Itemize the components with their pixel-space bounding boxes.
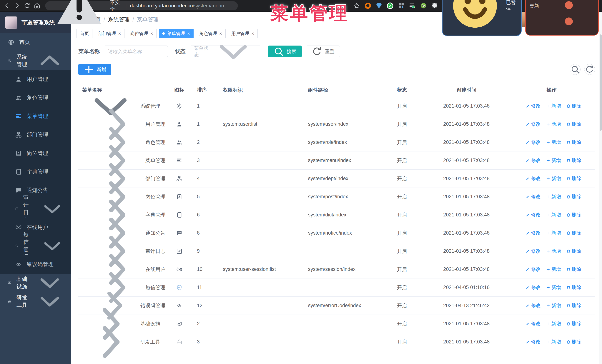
- url-bar[interactable]: 不安全 | dashboard.yudao.iocoder.cn/system/…: [45, 1, 238, 10]
- reset-button[interactable]: 重置: [306, 46, 340, 57]
- add-child-link[interactable]: 新增: [546, 284, 561, 291]
- edit-link[interactable]: 修改: [526, 175, 541, 182]
- permission-value: system:user-session:list: [219, 266, 304, 272]
- monkey-icon: [420, 2, 427, 10]
- add-child-link[interactable]: 新增: [546, 175, 561, 182]
- browser-update-button[interactable]: 更新: [525, 0, 599, 36]
- add-child-link[interactable]: 新增: [546, 139, 561, 146]
- status-select[interactable]: 菜单状态: [190, 46, 261, 57]
- close-icon[interactable]: ×: [150, 31, 153, 36]
- created-time: 2021-04-13 21:46:42: [425, 303, 508, 308]
- back-icon[interactable]: [3, 2, 11, 10]
- ext-on-switch-icon[interactable]: on: [408, 2, 416, 10]
- menu-name[interactable]: 研发工具: [78, 314, 165, 364]
- ext-monkey-icon[interactable]: [420, 2, 427, 10]
- scrollbar-thumb[interactable]: [600, 34, 602, 131]
- search-button[interactable]: 搜索: [268, 46, 302, 57]
- bookmark-star-icon[interactable]: [353, 2, 360, 10]
- add-button[interactable]: 新增: [78, 64, 111, 75]
- delete-link[interactable]: 删除: [566, 139, 581, 146]
- refresh-table-button[interactable]: [584, 64, 595, 75]
- edit-link[interactable]: 修改: [526, 121, 541, 127]
- dict-icon: [15, 168, 22, 175]
- created-time: 2021-01-05 17:03:48: [425, 176, 508, 181]
- add-child-link[interactable]: 新增: [546, 103, 561, 109]
- window-scrollbar[interactable]: [599, 12, 602, 364]
- delete-link[interactable]: 删除: [566, 175, 581, 182]
- edit-link[interactable]: 修改: [526, 194, 541, 200]
- sidebar-item-用户管理[interactable]: 用户管理: [0, 70, 71, 89]
- delete-link[interactable]: 删除: [566, 230, 581, 236]
- status-select-placeholder: 菜单状态: [194, 45, 210, 58]
- delete-link[interactable]: 删除: [566, 321, 581, 327]
- message-icon: [15, 187, 22, 194]
- dict-icon: [165, 212, 193, 218]
- edit-link[interactable]: 修改: [526, 212, 541, 218]
- profile-paused-badge[interactable]: 已暂停: [442, 0, 522, 36]
- ext-orange-ring-icon[interactable]: [364, 2, 372, 10]
- close-icon[interactable]: ×: [187, 31, 190, 36]
- plus-icon: [546, 267, 550, 272]
- refresh-icon: [311, 46, 323, 57]
- edit-link[interactable]: 修改: [526, 284, 541, 291]
- reload-icon[interactable]: [23, 2, 31, 10]
- delete-link[interactable]: 删除: [566, 121, 581, 127]
- homebtn-icon: [33, 2, 41, 10]
- menu-name-input[interactable]: [104, 46, 168, 57]
- sidebar-item-短信管理[interactable]: 短信管理: [0, 237, 71, 255]
- user-icon: [15, 76, 22, 83]
- add-child-link[interactable]: 新增: [546, 302, 561, 309]
- show-search-toggle-button[interactable]: [570, 64, 580, 75]
- site-security[interactable]: 不安全: [50, 0, 122, 35]
- delete-link[interactable]: 删除: [566, 103, 581, 109]
- edit-link[interactable]: 修改: [526, 103, 541, 109]
- edit-link[interactable]: 修改: [526, 230, 541, 236]
- delete-link[interactable]: 删除: [566, 157, 581, 164]
- forward-icon[interactable]: [13, 2, 21, 10]
- sidebar-item-系统管理[interactable]: 系统管理: [0, 52, 71, 70]
- add-child-link[interactable]: 新增: [546, 121, 561, 127]
- ext-green-check-icon[interactable]: [387, 2, 394, 10]
- extensions-puzzle-icon[interactable]: [431, 2, 438, 10]
- edit-link[interactable]: 修改: [526, 157, 541, 164]
- delete-link[interactable]: 删除: [566, 248, 581, 254]
- star-icon: [353, 2, 360, 10]
- sidebar-item-审计日志[interactable]: 审计日志: [0, 200, 71, 218]
- add-child-link[interactable]: 新增: [546, 230, 561, 236]
- tab-菜单管理[interactable]: 菜单管理×: [159, 29, 194, 38]
- add-child-link[interactable]: 新增: [546, 266, 561, 272]
- sidebar-item-部门管理[interactable]: 部门管理: [0, 125, 71, 144]
- browser-menu-icon[interactable]: [541, 0, 597, 34]
- delete-link[interactable]: 删除: [566, 302, 581, 309]
- edit-link[interactable]: 修改: [526, 248, 541, 254]
- delete-link[interactable]: 删除: [566, 212, 581, 218]
- edit-link[interactable]: 修改: [526, 339, 541, 345]
- add-child-link[interactable]: 新增: [546, 248, 561, 254]
- ext-blue-gem-icon[interactable]: [375, 2, 383, 10]
- sidebar-item-研发工具[interactable]: 研发工具: [0, 292, 71, 311]
- sidebar-item-菜单管理[interactable]: 菜单管理: [0, 107, 71, 125]
- sidebar-item-label: 在线用户: [27, 224, 48, 231]
- delete-link[interactable]: 删除: [566, 266, 581, 272]
- delete-link[interactable]: 删除: [566, 284, 581, 291]
- status-value: 开启: [393, 266, 425, 273]
- ext-grid-icon[interactable]: [398, 2, 405, 10]
- add-child-link[interactable]: 新增: [546, 321, 561, 327]
- edit-link[interactable]: 修改: [526, 266, 541, 272]
- chevron-right-icon[interactable]: [83, 314, 138, 364]
- tab-岗位管理[interactable]: 岗位管理×: [127, 29, 157, 38]
- home-button-icon[interactable]: [33, 2, 41, 10]
- add-child-link[interactable]: 新增: [546, 194, 561, 200]
- delete-link[interactable]: 删除: [566, 194, 581, 200]
- edit-link[interactable]: 修改: [526, 321, 541, 327]
- sidebar-item-角色管理[interactable]: 角色管理: [0, 89, 71, 107]
- logo-avatar: [5, 16, 17, 29]
- delete-link[interactable]: 删除: [566, 339, 581, 345]
- sidebar-item-字典管理[interactable]: 字典管理: [0, 163, 71, 181]
- edit-link[interactable]: 修改: [526, 139, 541, 146]
- sidebar-item-岗位管理[interactable]: 岗位管理: [0, 144, 71, 163]
- add-child-link[interactable]: 新增: [546, 339, 561, 345]
- add-child-link[interactable]: 新增: [546, 157, 561, 164]
- add-child-link[interactable]: 新增: [546, 212, 561, 218]
- edit-link[interactable]: 修改: [526, 302, 541, 309]
